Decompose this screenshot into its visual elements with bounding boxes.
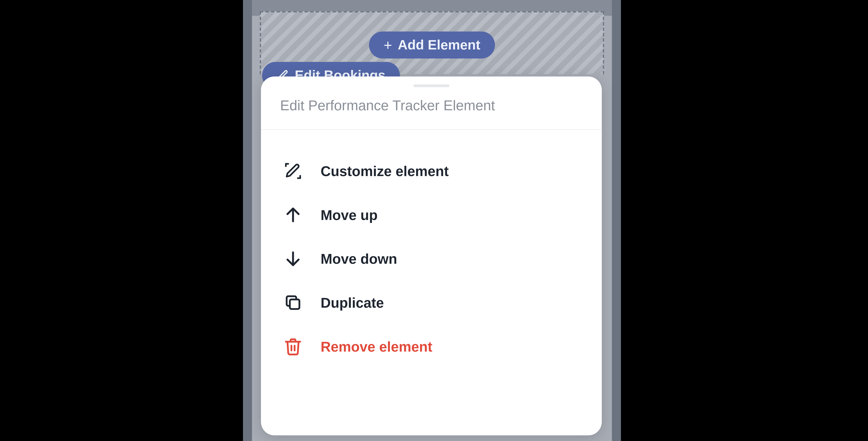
editor-canvas: + Add Element Edit Bookings Edit Perform…: [252, 0, 612, 441]
duplicate-icon: [283, 293, 303, 312]
add-element-label: Add Element: [398, 37, 480, 53]
plus-icon: +: [384, 38, 392, 52]
add-element-button[interactable]: + Add Element: [369, 31, 495, 59]
duplicate-item[interactable]: Duplicate: [280, 281, 583, 325]
menu-item-label: Customize element: [321, 163, 449, 179]
menu-item-label: Remove element: [321, 338, 432, 355]
menu-item-label: Duplicate: [321, 294, 384, 311]
menu-item-label: Move down: [321, 251, 397, 267]
arrow-down-icon: [283, 249, 303, 268]
sheet-grabber[interactable]: [413, 84, 449, 87]
svg-rect-2: [290, 300, 300, 309]
action-sheet: Edit Performance Tracker Element Customi…: [261, 76, 602, 436]
trash-icon: [283, 337, 303, 356]
menu-item-label: Move up: [321, 207, 378, 223]
menu-list: Customize element Move up: [261, 130, 602, 369]
arrow-up-icon: [283, 206, 303, 224]
sheet-title: Edit Performance Tracker Element: [261, 91, 602, 130]
customize-icon: [283, 161, 303, 181]
move-up-item[interactable]: Move up: [280, 193, 583, 237]
remove-element-item[interactable]: Remove element: [280, 324, 583, 369]
move-down-item[interactable]: Move down: [280, 237, 583, 281]
customize-element-item[interactable]: Customize element: [280, 149, 583, 193]
